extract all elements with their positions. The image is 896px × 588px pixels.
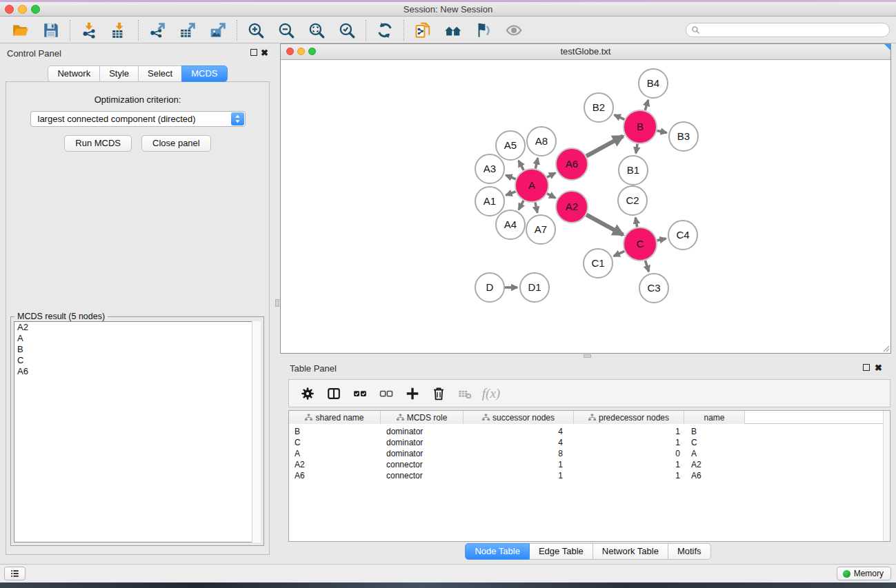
table-cell: 1 xyxy=(464,470,574,481)
graph-edge-B-B4[interactable] xyxy=(645,100,648,110)
result-list-scrollbar[interactable] xyxy=(252,321,261,543)
graph-edge-A-A8[interactable] xyxy=(535,158,537,168)
graph-edge-A2-C[interactable] xyxy=(586,214,623,234)
column-header-shared-name[interactable]: shared name xyxy=(289,411,381,424)
zoom-out-button[interactable] xyxy=(271,19,301,41)
result-list-item[interactable]: C xyxy=(14,355,260,366)
criterion-dropdown[interactable]: largest connected component (directed) xyxy=(30,111,246,127)
table-row[interactable]: A6connector11A6 xyxy=(289,470,890,481)
table-row[interactable]: Bdominator41B xyxy=(289,426,890,437)
tab-style[interactable]: Style xyxy=(99,65,139,82)
zoom-traffic-light[interactable] xyxy=(31,5,40,14)
delete-columns-icon xyxy=(431,386,446,401)
zoom-fit-button[interactable] xyxy=(301,19,332,41)
result-list-item[interactable]: A6 xyxy=(14,366,260,377)
network-canvas[interactable]: B4B2BB3A8A5A6A3B1AC2A1A2A4A7C4CC1C3DD1 xyxy=(281,60,890,353)
export-network-icon xyxy=(148,21,166,39)
graph-edge-B-B2[interactable] xyxy=(615,115,625,120)
graph-edge-A-A4[interactable] xyxy=(519,201,524,210)
table-row[interactable]: Cdominator41C xyxy=(289,437,890,448)
close-traffic-light[interactable] xyxy=(5,5,14,14)
vertical-split-divider[interactable] xyxy=(275,43,280,564)
tab-network[interactable]: Network xyxy=(48,65,100,82)
search-field[interactable] xyxy=(686,23,890,37)
column-header-name[interactable]: name xyxy=(684,411,745,424)
graph-node-label-C2: C2 xyxy=(626,194,639,206)
column-header-successor-nodes[interactable]: successor nodes xyxy=(464,411,574,424)
add-column-button[interactable] xyxy=(399,382,426,405)
table-tab-edge-table[interactable]: Edge Table xyxy=(529,543,593,560)
export-table-button[interactable] xyxy=(172,19,203,41)
close-panel-icon[interactable]: ✖ xyxy=(261,50,268,57)
network-graph[interactable]: B4B2BB3A8A5A6A3B1AC2A1A2A4A7C4CC1C3DD1 xyxy=(281,60,890,353)
graph-edge-C-C2[interactable] xyxy=(635,218,637,227)
divider-handle[interactable] xyxy=(584,354,591,358)
network-close-traffic-light[interactable] xyxy=(286,48,294,55)
table-tab-node-table[interactable]: Node Table xyxy=(465,543,530,560)
zoom-in-button[interactable] xyxy=(241,19,271,41)
table-tab-motifs[interactable]: Motifs xyxy=(668,543,711,560)
new-network-from-selection-button[interactable] xyxy=(408,19,438,41)
graph-edge-B-B3[interactable] xyxy=(657,130,666,132)
export-image-button[interactable] xyxy=(203,19,233,41)
column-header-predecessor-nodes[interactable]: predecessor nodes xyxy=(574,411,684,424)
table-row[interactable]: A2connector11A2 xyxy=(289,459,890,470)
float-panel-icon[interactable] xyxy=(250,49,257,56)
result-list-item[interactable]: A2 xyxy=(14,322,260,333)
graph-edge-C-C3[interactable] xyxy=(645,261,648,272)
column-header-label: shared name xyxy=(315,413,364,423)
result-list-item[interactable]: A xyxy=(14,333,260,344)
graph-edge-A-A3[interactable] xyxy=(506,175,515,179)
resize-grip-icon[interactable] xyxy=(882,344,890,352)
deselect-all-button[interactable] xyxy=(373,382,399,405)
search-input[interactable] xyxy=(700,24,889,36)
show-panels-button[interactable] xyxy=(4,567,26,580)
zoom-selected-button[interactable] xyxy=(332,19,362,41)
graph-edge-B-B1[interactable] xyxy=(636,144,637,154)
select-all-button[interactable] xyxy=(347,382,373,405)
network-zoom-traffic-light[interactable] xyxy=(308,48,316,55)
memory-button[interactable]: Memory xyxy=(837,567,891,580)
run-mcds-button[interactable]: Run MCDS xyxy=(64,135,132,152)
graph-edge-A6-B[interactable] xyxy=(586,136,623,156)
apply-layout-button[interactable] xyxy=(370,19,400,41)
import-network-button[interactable] xyxy=(74,19,104,41)
network-view-window[interactable]: testGlobe.txt B4B2BB3A8A5A6A3B1AC2A1A2A4… xyxy=(280,43,891,354)
tab-mcds[interactable]: MCDS xyxy=(181,65,227,82)
network-window-titlebar[interactable]: testGlobe.txt xyxy=(281,44,890,60)
graph-edge-A-A2[interactable] xyxy=(547,194,555,198)
mcds-result-list[interactable]: A2ABCA6 xyxy=(14,321,261,543)
close-table-panel-icon[interactable]: ✖ xyxy=(875,365,882,372)
minimize-traffic-light[interactable] xyxy=(18,5,27,14)
hide-selected-button[interactable] xyxy=(468,19,499,41)
save-session-button[interactable] xyxy=(36,19,66,41)
table-tab-network-table[interactable]: Network Table xyxy=(593,543,668,560)
table-scrollbar[interactable] xyxy=(883,411,890,541)
divider-handle[interactable] xyxy=(275,299,279,307)
network-minimize-traffic-light[interactable] xyxy=(297,48,305,55)
graph-edge-A-A5[interactable] xyxy=(519,161,524,170)
export-network-button[interactable] xyxy=(142,19,172,41)
horizontal-split-divider[interactable] xyxy=(280,354,896,358)
show-all-button[interactable] xyxy=(499,19,529,41)
result-list-item[interactable]: B xyxy=(14,344,260,355)
delete-columns-button[interactable] xyxy=(426,382,452,405)
mcds-panel: Optimization criterion: largest connecte… xyxy=(6,81,270,555)
close-panel-button[interactable]: Close panel xyxy=(141,135,211,152)
graph-edge-A-A7[interactable] xyxy=(535,202,537,212)
import-table-button[interactable] xyxy=(104,19,135,41)
tab-select[interactable]: Select xyxy=(138,65,182,82)
graph-edge-A-A6[interactable] xyxy=(547,173,555,177)
first-neighbors-button[interactable] xyxy=(438,19,468,41)
table-cell: 4 xyxy=(464,437,574,448)
app-titlebar[interactable]: Session: New Session xyxy=(0,2,896,17)
float-table-panel-icon[interactable] xyxy=(863,364,870,371)
column-header-mcds-role[interactable]: MCDS role xyxy=(381,411,464,424)
graph-edge-A-A1[interactable] xyxy=(506,192,515,195)
table-settings-button[interactable] xyxy=(295,382,321,405)
graph-edge-C-C1[interactable] xyxy=(614,251,625,256)
graph-edge-C-C4[interactable] xyxy=(657,239,666,241)
table-row[interactable]: Adominator80A xyxy=(289,448,890,459)
open-file-button[interactable] xyxy=(6,19,36,41)
split-panel-button[interactable] xyxy=(321,382,347,405)
